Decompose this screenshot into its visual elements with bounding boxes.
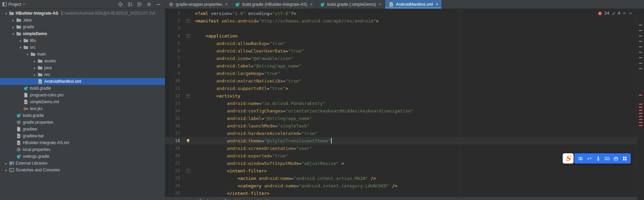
breadcrumb-item-application[interactable]: application bbox=[217, 199, 244, 200]
editor[interactable]: 1<?xml version="1.0" encoding="utf-8"?>2… bbox=[165, 9, 644, 200]
change-mark[interactable] bbox=[639, 41, 642, 42]
error-mark[interactable] bbox=[639, 107, 642, 108]
error-mark[interactable] bbox=[639, 122, 642, 123]
code-line-23[interactable]: 23 <action android:name="android.intent.… bbox=[165, 174, 637, 182]
code-line-3[interactable]: 3 bbox=[165, 25, 637, 32]
code-line-10[interactable]: 10 android:extractNativeLibs="true" bbox=[165, 77, 637, 84]
chevron-down-icon[interactable]: ▾ bbox=[3, 12, 9, 15]
code-line-11[interactable]: 11 android:supportsRtl="true"> bbox=[165, 84, 637, 92]
locate-button[interactable] bbox=[117, 1, 123, 7]
tree-item-androidmanifest-xml[interactable]: AndroidManifest.xml bbox=[0, 78, 165, 85]
line-number[interactable]: 14 bbox=[165, 108, 184, 113]
line-number[interactable]: 9 bbox=[165, 71, 184, 76]
breadcrumb-item-manifest[interactable]: manifest bbox=[189, 199, 209, 200]
change-mark[interactable] bbox=[639, 35, 642, 36]
tree-item-hbuilder-integrate-as-iml[interactable]: HBuilder-Integrate-AS.iml bbox=[0, 139, 165, 146]
tree-item-simpledemo-iml[interactable]: simpleDemo.iml bbox=[0, 98, 165, 105]
voice-button[interactable] bbox=[594, 155, 602, 162]
change-mark[interactable] bbox=[639, 46, 642, 47]
code-line-15[interactable]: 15 android:label="@string/app_name" bbox=[165, 114, 637, 122]
tree-item-external-libraries[interactable]: ▸External Libraries bbox=[0, 160, 165, 167]
line-number[interactable]: 20 bbox=[165, 153, 184, 158]
code-line-25[interactable]: 25 </intent-filter> bbox=[165, 189, 637, 197]
fold-icon[interactable]: − bbox=[186, 19, 190, 23]
fold-icon[interactable]: − bbox=[186, 34, 190, 38]
bulb-icon[interactable] bbox=[186, 138, 191, 143]
tree-item-main[interactable]: ▾main bbox=[0, 51, 165, 58]
line-number[interactable]: 11 bbox=[165, 86, 184, 91]
keyboard-button[interactable] bbox=[603, 155, 611, 162]
error-mark[interactable] bbox=[639, 104, 642, 105]
line-number[interactable]: 19 bbox=[165, 146, 184, 151]
close-icon[interactable]: × bbox=[435, 2, 438, 6]
line-number[interactable]: 13 bbox=[165, 101, 184, 106]
code-line-14[interactable]: 14 android:configChanges="orientation|ke… bbox=[165, 107, 637, 114]
code-line-19[interactable]: 19 android:screenOrientation="user" bbox=[165, 144, 637, 152]
code-line-13[interactable]: 13 android:name="io.dcloud.PandoraEntry" bbox=[165, 99, 637, 107]
line-number[interactable]: 7 bbox=[165, 56, 184, 61]
line-number[interactable]: 12 bbox=[165, 93, 184, 98]
tree-item-test-jks[interactable]: test.jks bbox=[0, 105, 165, 112]
error-mark[interactable] bbox=[639, 113, 642, 114]
error-mark[interactable] bbox=[639, 125, 642, 126]
chevron-right-icon[interactable]: ▸ bbox=[3, 168, 9, 172]
line-number[interactable]: 4 bbox=[165, 33, 184, 38]
chinese-mode-button[interactable] bbox=[577, 155, 584, 162]
code-line-17[interactable]: 17 android:hardwareAccelerated="true" bbox=[165, 129, 637, 137]
hide-button[interactable] bbox=[155, 1, 161, 7]
code-line-22[interactable]: 22− <intent-filter> bbox=[165, 167, 637, 174]
chevron-right-icon[interactable]: ▸ bbox=[32, 66, 37, 70]
editor-tab-build-gradle-hbuilder-integrate-as[interactable]: build.gradle (HBuilder-Integrate-AS)× bbox=[231, 0, 316, 9]
tree-item-proguard-rules-pro[interactable]: proguard-rules.pro bbox=[0, 92, 165, 98]
tree-item-assets[interactable]: ▸assets bbox=[0, 58, 165, 64]
line-number[interactable]: 16 bbox=[165, 123, 184, 128]
error-mark[interactable] bbox=[639, 95, 642, 96]
code-line-2[interactable]: 2−<manifest xmlns:android="http://schema… bbox=[165, 17, 637, 25]
code-line-9[interactable]: 9 android:largeHeap="true" bbox=[165, 70, 637, 77]
tree-item-scratches-and-consoles[interactable]: ▸Scratches and Consoles bbox=[0, 167, 165, 173]
line-number[interactable]: 2 bbox=[165, 18, 184, 23]
line-number[interactable]: 25 bbox=[165, 191, 184, 196]
inspections-widget[interactable]: 24 4 bbox=[598, 11, 632, 16]
change-mark[interactable] bbox=[639, 30, 642, 31]
collapse-all-button[interactable] bbox=[127, 1, 133, 7]
chevron-down-icon[interactable]: ▾ bbox=[11, 32, 16, 36]
code-line-6[interactable]: 6 android:allowClearUserData="true" bbox=[165, 47, 637, 55]
fold-icon[interactable]: − bbox=[186, 94, 190, 98]
tree-item-gradlew-bat[interactable]: gradlew.bat bbox=[0, 133, 165, 139]
line-number[interactable]: 6 bbox=[165, 48, 184, 53]
project-view-selector[interactable]: Project bbox=[9, 2, 26, 7]
sogou-logo[interactable]: S bbox=[563, 153, 574, 164]
line-number[interactable]: 5 bbox=[165, 41, 184, 46]
code-line-4[interactable]: 4− <application bbox=[165, 32, 637, 40]
code-line-12[interactable]: 12− <activity bbox=[165, 92, 637, 99]
code-area[interactable]: 1<?xml version="1.0" encoding="utf-8"?>2… bbox=[165, 9, 637, 197]
fold-icon[interactable]: − bbox=[186, 169, 190, 173]
chevron-down-icon[interactable]: ▾ bbox=[25, 52, 30, 56]
chevron-right-icon[interactable]: ▸ bbox=[32, 73, 37, 77]
line-number[interactable]: 1 bbox=[165, 11, 184, 16]
tree-item-src[interactable]: ▾src bbox=[0, 44, 165, 51]
tree-item-res[interactable]: ▸res bbox=[0, 71, 165, 78]
ime-toolbar[interactable]: S bbox=[563, 153, 631, 164]
tree-item-build-gradle[interactable]: build.gradle bbox=[0, 85, 165, 92]
change-mark[interactable] bbox=[639, 25, 642, 26]
chevron-right-icon[interactable]: ▸ bbox=[18, 39, 23, 43]
tree-item-local-properties[interactable]: local.properties bbox=[0, 146, 165, 153]
tree-item-gradlew[interactable]: gradlew bbox=[0, 126, 165, 133]
close-icon[interactable]: × bbox=[225, 2, 228, 6]
chevron-right-icon[interactable]: ▸ bbox=[11, 25, 16, 29]
code-line-5[interactable]: 5 android:allowBackup="true" bbox=[165, 40, 637, 47]
editor-tab-gradle-wrapper-properties[interactable]: gradle-wrapper.properties× bbox=[165, 0, 231, 9]
code-line-8[interactable]: 8 android:label="@string/app_name" bbox=[165, 62, 637, 70]
line-number[interactable]: 3 bbox=[165, 26, 184, 31]
tree-item-java[interactable]: ▸java bbox=[0, 64, 165, 71]
code-line-1[interactable]: 1<?xml version="1.0" encoding="utf-8"?> bbox=[165, 10, 637, 17]
grid-button[interactable] bbox=[621, 155, 628, 162]
tree-item-settings-gradle[interactable]: settings.gradle bbox=[0, 153, 165, 160]
tree-item-idea[interactable]: ▸.idea bbox=[0, 17, 165, 24]
punctuation-button[interactable] bbox=[585, 155, 593, 162]
error-stripe[interactable] bbox=[637, 9, 644, 200]
tree-item-gradle[interactable]: ▸gradle bbox=[0, 24, 165, 30]
change-mark[interactable] bbox=[639, 63, 642, 64]
